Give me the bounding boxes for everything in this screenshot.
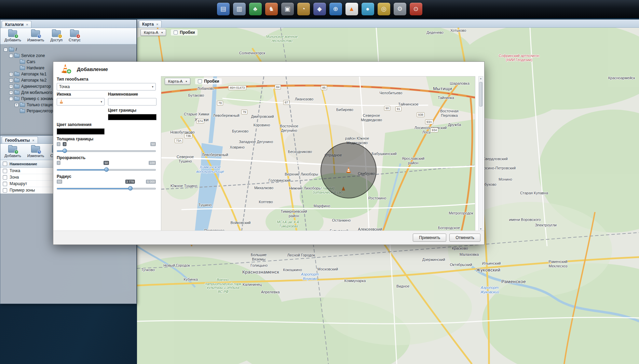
joystick-icon[interactable]: ◆ — [313, 3, 326, 15]
tree-item-label: Администратор — [21, 84, 51, 89]
settings-gear-icon[interactable]: ⚙ — [394, 3, 406, 15]
scroll-down-icon[interactable]: ▼ — [480, 228, 482, 230]
traffic-checkbox[interactable] — [198, 79, 202, 83]
icon-label: Иконка — [57, 92, 105, 97]
tree-item[interactable]: -Service zone — [2, 53, 135, 59]
slider-track[interactable] — [57, 188, 156, 190]
folder-icon: + — [8, 146, 17, 153]
chevron-down-icon: ▾ — [186, 80, 187, 83]
access-button[interactable]: •Доступ — [50, 30, 63, 42]
geoobjects-tab[interactable]: Геообъекты × — [2, 137, 38, 143]
layer-select-button[interactable]: Карта-А ▾ — [140, 29, 166, 36]
slider-handle[interactable] — [128, 186, 133, 191]
expander-icon[interactable]: - — [9, 54, 13, 58]
copy-files-icon[interactable]: ▥ — [233, 3, 246, 15]
edit-button[interactable]: ✎Изменить — [27, 146, 44, 158]
media-player-cone-icon[interactable]: ▲ — [345, 3, 358, 15]
thickness-slider[interactable]: 0 3 50 — [57, 141, 156, 153]
folder-icon — [14, 72, 19, 76]
cancel-button[interactable]: Отменить — [449, 234, 480, 242]
expander-icon[interactable]: + — [9, 79, 13, 82]
column-header-name[interactable]: Наименование — [10, 162, 37, 166]
expander-icon[interactable]: - — [4, 48, 8, 52]
badge-icon: + — [14, 34, 18, 38]
slider-track[interactable] — [57, 150, 156, 152]
toolbar-button-label: Изменить — [27, 154, 44, 158]
folder-icon — [14, 97, 19, 101]
scrollbar-thumb[interactable] — [479, 82, 482, 107]
thickness-label: Толщина границы — [57, 137, 156, 141]
tab-map[interactable]: Карта × — [139, 20, 162, 27]
catalogs-tab[interactable]: Каталоги × — [2, 21, 31, 28]
slider-handle[interactable] — [63, 149, 67, 153]
row-checkbox[interactable] — [3, 188, 7, 193]
dialog-map-preview[interactable]: ЛобановоБутаковоСтарые ХимкиХимкиЛевобер… — [161, 76, 475, 231]
radius-slider[interactable]: 50 3 779 5 000 — [57, 179, 156, 191]
toolbar-button-label: Добавить — [4, 38, 21, 42]
folder-icon — [20, 103, 25, 107]
icon-select[interactable]: ▾ — [57, 98, 105, 106]
power-icon[interactable]: ⊙ — [410, 3, 422, 15]
badge-icon: ✎ — [37, 34, 41, 38]
documents-icon[interactable]: ▤ — [217, 3, 230, 15]
row-checkbox[interactable] — [3, 169, 7, 173]
slider-min: 0 — [57, 161, 60, 165]
type-label: Тип геообъекта — [57, 77, 156, 82]
dialog-map-canvas — [161, 76, 475, 231]
sphere-icon[interactable]: ● — [362, 3, 374, 15]
folder-icon — [14, 85, 19, 88]
radius-label: Радиус — [57, 174, 156, 179]
type-select-value: Точка — [59, 84, 70, 89]
coins-icon[interactable]: ◎ — [378, 3, 390, 15]
pie-chart-icon[interactable]: ◔ — [297, 3, 310, 15]
expander-icon[interactable]: + — [15, 103, 18, 107]
tree-item[interactable]: -/ — [2, 46, 135, 53]
folder-icon — [20, 109, 25, 113]
status-button[interactable]: ×Статус — [69, 30, 81, 42]
add-geoobject-dialog: Добавление Тип геообъекта Точка ▾ Иконка… — [53, 61, 485, 245]
slider-value: 3 779 — [125, 180, 135, 184]
scroll-up-icon[interactable]: ▲ — [480, 77, 482, 80]
checkbox-cell — [0, 169, 10, 173]
expander-icon[interactable]: + — [9, 85, 13, 88]
map-tab-title: Карта — [142, 22, 154, 27]
apply-button[interactable]: Применить — [413, 234, 446, 242]
chevron-down-icon: ▾ — [152, 85, 153, 88]
traffic-checkbox[interactable] — [174, 30, 178, 34]
folder-icon: × — [70, 30, 79, 37]
name-input[interactable] — [110, 99, 154, 104]
expander-icon[interactable]: + — [9, 91, 13, 95]
opacity-label: Прозрачность — [57, 155, 156, 160]
opacity-slider[interactable]: 0 50 100 — [57, 160, 156, 172]
dialog-header: Добавление — [53, 62, 484, 76]
folder-icon — [14, 79, 19, 82]
globe-icon[interactable]: ⊕ — [329, 3, 342, 15]
slider-handle[interactable] — [104, 167, 109, 172]
type-select[interactable]: Точка ▾ — [57, 83, 156, 90]
traffic-toggle[interactable]: Пробки — [195, 78, 222, 84]
expander-icon[interactable]: - — [9, 97, 13, 101]
row-checkbox[interactable] — [3, 175, 7, 180]
games-icon[interactable]: ♞ — [265, 3, 278, 15]
traffic-toggle[interactable]: Пробки — [171, 29, 198, 36]
layer-select-button[interactable]: Карта-А ▾ — [165, 78, 190, 85]
backup-drive-icon[interactable]: ▣ — [281, 3, 294, 15]
folder-icon: ✎ — [31, 146, 40, 153]
select-all-checkbox[interactable] — [3, 162, 7, 166]
slider-max: 100 — [149, 161, 156, 165]
border-color-swatch[interactable] — [108, 114, 157, 120]
edit-button[interactable]: ✎Изменить — [27, 30, 44, 42]
expander-icon[interactable]: + — [9, 72, 13, 76]
geoobject-radius-circle[interactable] — [321, 142, 377, 198]
close-icon[interactable]: × — [156, 23, 158, 26]
row-checkbox[interactable] — [3, 182, 7, 186]
fill-color-swatch[interactable] — [57, 128, 105, 135]
add-button[interactable]: +Добавить — [4, 146, 21, 158]
close-icon[interactable]: × — [26, 23, 28, 27]
add-button[interactable]: +Добавить — [4, 30, 21, 42]
nature-app-icon[interactable]: ♣ — [249, 3, 262, 15]
dialog-scrollbar[interactable]: ▲ ▼ — [478, 76, 483, 231]
toolbar-button-label: Изменить — [27, 38, 44, 42]
close-icon[interactable]: × — [32, 139, 34, 142]
toolbar-button-label: Статус — [69, 38, 81, 42]
